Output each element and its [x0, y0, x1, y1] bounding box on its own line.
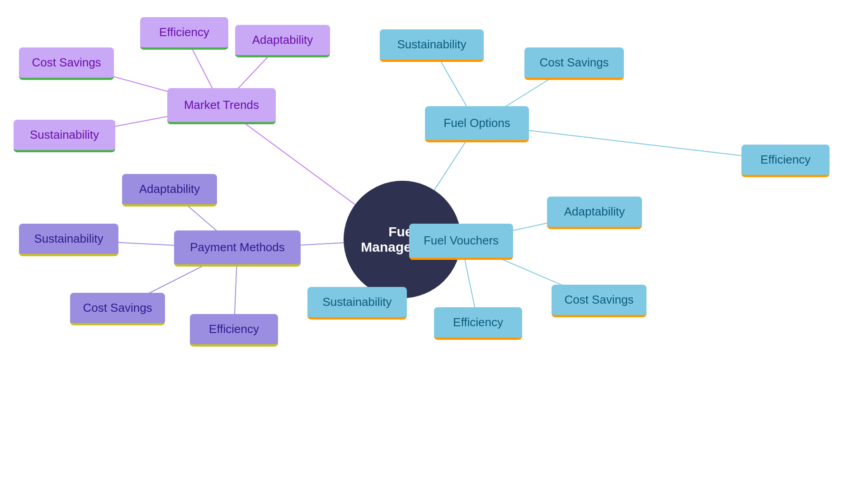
node-fv_sustainability: Sustainability	[307, 287, 407, 319]
node-fv_cost_savings: Cost Savings	[552, 285, 646, 317]
node-fuel_options: Fuel Options	[425, 106, 529, 142]
node-mt_sustainability: Sustainability	[14, 120, 115, 152]
node-fo_efficiency: Efficiency	[741, 145, 830, 177]
node-mt_efficiency: Efficiency	[140, 17, 228, 50]
node-mt_adaptability: Adaptability	[235, 25, 330, 57]
node-market_trends: Market Trends	[167, 88, 276, 124]
node-pm_efficiency: Efficiency	[190, 314, 278, 347]
node-fuel_vouchers: Fuel Vouchers	[409, 224, 513, 260]
mind-map-container: Fuel ManagementMarket TrendsEfficiencyAd…	[0, 0, 868, 488]
node-fo_sustainability: Sustainability	[380, 29, 484, 62]
node-pm_cost_savings: Cost Savings	[70, 293, 165, 325]
node-fv_efficiency: Efficiency	[434, 307, 522, 340]
node-fv_adaptability: Adaptability	[547, 197, 642, 229]
node-payment_methods: Payment Methods	[174, 230, 301, 267]
node-fo_cost_savings: Cost Savings	[524, 47, 624, 80]
node-mt_cost_savings: Cost Savings	[19, 47, 114, 80]
node-pm_adaptability: Adaptability	[122, 174, 217, 206]
node-pm_sustainability: Sustainability	[19, 224, 118, 256]
